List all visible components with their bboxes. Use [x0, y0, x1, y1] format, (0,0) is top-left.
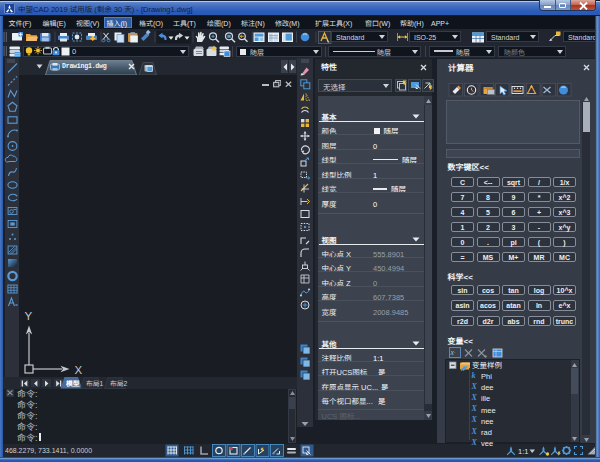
svg-text:1:1: 1:1 — [518, 446, 528, 455]
svg-text:Y: Y — [25, 310, 33, 322]
svg-text:X: X — [75, 364, 83, 376]
